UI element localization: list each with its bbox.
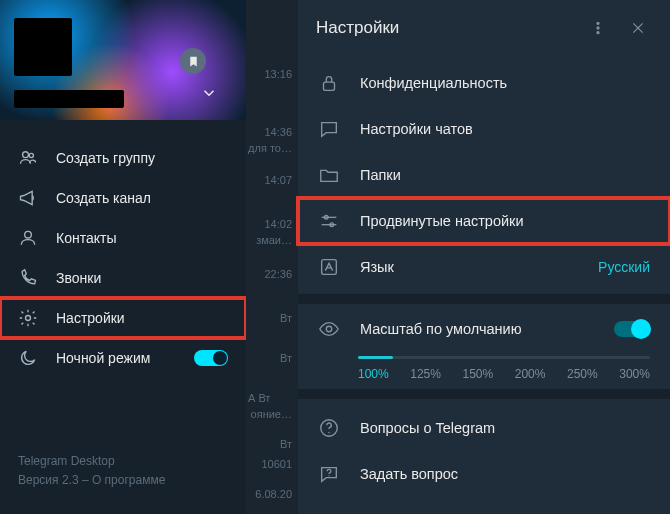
moon-icon [18,348,38,368]
menu-contacts[interactable]: Контакты [0,218,246,258]
chat-snippet: ояние… [251,408,292,420]
settings-header: Настройки [298,0,670,56]
settings-item-label: Папки [360,167,401,183]
app-name: Telegram Desktop [18,452,228,471]
gear-icon [18,308,38,328]
chat-badge: 10601 [261,458,292,470]
scale-option[interactable]: 300% [619,367,650,381]
settings-item-label: Продвинутые настройки [360,213,524,229]
svg-point-1 [29,153,33,157]
menu-night-mode[interactable]: Ночной режим [0,338,246,378]
settings-title: Настройки [316,18,572,38]
chat-day: А Вт [248,392,270,404]
svg-point-5 [597,27,599,29]
bookmark-icon [187,55,200,68]
settings-item-value: Русский [598,259,650,275]
scale-slider[interactable] [358,356,650,359]
settings-list: Конфиденциальность Настройки чатов Папки… [298,56,670,294]
chat-snippet: для то… [248,142,292,154]
svg-point-6 [597,32,599,34]
scale-label: Масштаб по умолчанию [360,321,594,337]
help-section: Вопросы о Telegram Задать вопрос [298,399,670,503]
settings-folders[interactable]: Папки [298,152,670,198]
menu-new-channel[interactable]: Создать канал [0,178,246,218]
svg-point-17 [328,432,329,433]
scale-option[interactable]: 125% [410,367,441,381]
language-icon [318,256,340,278]
night-mode-toggle[interactable] [194,350,228,366]
chat-snippet: змаи… [256,234,292,246]
close-button[interactable] [624,14,652,42]
avatar[interactable] [14,18,72,76]
menu-label: Ночной режим [56,350,150,366]
ask-label: Задать вопрос [360,466,458,482]
menu-calls[interactable]: Звонки [0,258,246,298]
section-divider [298,294,670,304]
scale-option[interactable]: 150% [463,367,494,381]
chat-list-strip: 13:16 14:36 для то… 14:07 14:02 змаи… 22… [246,0,298,514]
ask-question-link[interactable]: Задать вопрос [298,451,670,497]
svg-point-15 [326,326,332,332]
settings-advanced[interactable]: Продвинутые настройки [298,198,670,244]
profile-name [14,90,124,108]
svg-rect-9 [324,82,335,90]
help-icon [318,417,340,439]
close-icon [630,20,646,36]
settings-language[interactable]: Язык Русский [298,244,670,290]
chat-time: 22:36 [264,268,292,280]
lock-icon [318,72,340,94]
menu-new-group[interactable]: Создать группу [0,138,246,178]
eye-icon [318,318,340,340]
main-menu-sidebar: Создать группу Создать канал Контакты Зв… [0,0,246,514]
svg-point-3 [26,316,31,321]
settings-chat[interactable]: Настройки чатов [298,106,670,152]
menu-list: Создать группу Создать канал Контакты Зв… [0,120,246,378]
svg-point-0 [23,152,29,158]
scale-section: Масштаб по умолчанию 100% 125% 150% 200%… [298,304,670,389]
phone-icon [18,268,38,288]
chat-time: 13:16 [264,68,292,80]
chat-day: Вт [280,352,292,364]
scale-option[interactable]: 250% [567,367,598,381]
chat-time: 14:07 [264,174,292,186]
menu-label: Контакты [56,230,116,246]
settings-panel: Настройки Конфиденциальность Настройки ч… [298,0,670,514]
user-icon [18,228,38,248]
dots-vertical-icon [590,20,606,36]
svg-point-2 [25,231,32,238]
svg-point-18 [328,475,329,476]
scale-ticks: 100% 125% 150% 200% 250% 300% [358,367,650,381]
expand-accounts-button[interactable] [200,84,218,106]
question-chat-icon [318,463,340,485]
settings-item-label: Конфиденциальность [360,75,507,91]
menu-label: Звонки [56,270,101,286]
menu-label: Создать группу [56,150,155,166]
menu-settings[interactable]: Настройки [0,298,246,338]
chat-day: Вт [280,438,292,450]
folder-icon [318,164,340,186]
faq-label: Вопросы о Telegram [360,420,495,436]
faq-link[interactable]: Вопросы о Telegram [298,405,670,451]
menu-label: Создать канал [56,190,151,206]
svg-point-4 [597,22,599,24]
default-scale-toggle[interactable] [614,321,650,337]
scale-option[interactable]: 200% [515,367,546,381]
profile-cover [0,0,246,120]
scale-option[interactable]: 100% [358,367,389,381]
settings-privacy[interactable]: Конфиденциальность [298,60,670,106]
app-version[interactable]: Версия 2.3 – О программе [18,471,228,490]
chat-icon [318,118,340,140]
chat-day: Вт [280,312,292,324]
menu-label: Настройки [56,310,125,326]
more-button[interactable] [584,14,612,42]
megaphone-icon [18,188,38,208]
section-divider [298,389,670,399]
settings-item-label: Настройки чатов [360,121,473,137]
chevron-down-icon [200,84,218,102]
group-icon [18,148,38,168]
chat-time: 14:36 [264,126,292,138]
saved-messages-button[interactable] [180,48,206,74]
settings-item-label: Язык [360,259,394,275]
chat-time: 14:02 [264,218,292,230]
chat-date: 6.08.20 [255,488,292,500]
